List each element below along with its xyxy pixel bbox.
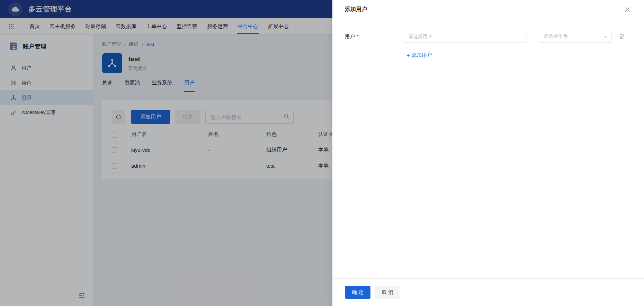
user-label-text: 用户 bbox=[345, 34, 355, 39]
drawer-body: 用户* – 请选择角色 bbox=[332, 19, 644, 278]
user-role-form-row: 用户* – 请选择角色 bbox=[345, 30, 632, 43]
role-select[interactable]: 请选择角色 bbox=[539, 30, 611, 43]
screen: 多云管理平台 首页 云主机服务 对象存储 云数据库 工单中心 监控告警 服务运营… bbox=[0, 0, 644, 306]
drawer-title: 添加用户 bbox=[345, 6, 367, 13]
add-user-drawer: 添加用户 用户* – 请选择角色 bbox=[332, 0, 644, 306]
drawer-header: 添加用户 bbox=[332, 0, 644, 19]
plus-icon: + bbox=[406, 52, 410, 58]
role-select-placeholder: 请选择角色 bbox=[543, 33, 567, 39]
close-icon[interactable] bbox=[623, 6, 632, 14]
cancel-button[interactable]: 取 消 bbox=[375, 286, 400, 299]
delete-row-icon[interactable] bbox=[618, 33, 626, 40]
drawer-footer: 确 定 取 消 bbox=[332, 278, 644, 306]
confirm-button[interactable]: 确 定 bbox=[345, 286, 370, 299]
range-dash: – bbox=[531, 34, 534, 39]
user-field-label: 用户* bbox=[345, 33, 404, 40]
required-asterisk: * bbox=[357, 34, 359, 39]
add-user-link-text: 添加用户 bbox=[412, 52, 432, 58]
select-user-input[interactable] bbox=[404, 30, 527, 43]
chevron-down-icon bbox=[603, 34, 608, 40]
add-user-link[interactable]: + 添加用户 bbox=[406, 52, 432, 58]
